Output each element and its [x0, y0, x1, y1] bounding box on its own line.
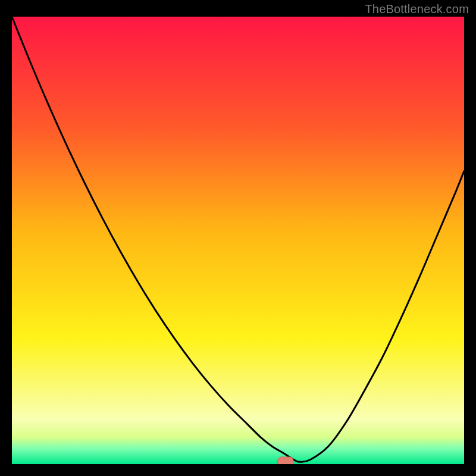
bottleneck-chart [12, 17, 464, 464]
gradient-background [12, 17, 464, 464]
chart-frame: TheBottleneck.com [0, 0, 476, 476]
optimum-marker [278, 457, 294, 464]
plot-area [12, 17, 464, 464]
watermark-text: TheBottleneck.com [365, 2, 469, 16]
